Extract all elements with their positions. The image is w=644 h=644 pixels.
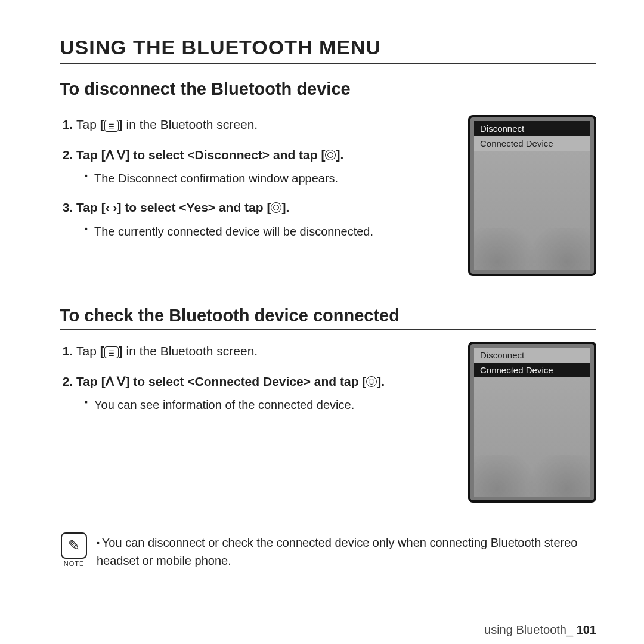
text: . [381,374,385,388]
option: <Connected Device> [187,374,311,388]
text: in the Bluetooth screen. [126,344,258,358]
bracket: [ [267,200,271,214]
s2-step1: Tap [] in the Bluetooth screen. [76,342,450,361]
text: Tap [76,374,101,388]
text: Tap [76,117,100,131]
bracket: ] [119,344,123,358]
bracket: ] [125,374,129,388]
text: Tap [76,344,100,358]
s2-step2: Tap [ꓥ ꓦ] to select <Connected Device> a… [76,372,450,414]
section2-rule [60,329,596,330]
device2-item2: Connected Device [474,363,590,377]
device1-item1: Disconnect [474,121,590,136]
text: to select [125,200,179,214]
confirm-icon [325,150,336,160]
s1-step2: Tap [ꓥ ꓦ] to select <Disconnect> and tap… [76,145,450,188]
section1-rule [60,103,596,103]
bracket: [ [362,374,366,388]
device2-item1: Disconnect [474,348,590,363]
bracket: [ [101,374,106,388]
updown-icon: ꓥ ꓦ [106,148,126,162]
section1-heading: To disconnect the Bluetooth device [60,79,596,99]
text: to select [133,148,187,162]
confirm-icon [366,376,377,387]
text: and tap [314,374,363,388]
device-mock-2: Disconnect Connected Device [468,342,596,503]
option: <Disconnect> [187,148,270,162]
s1-step3: Tap [‹ ›] to select <Yes> and tap []. Th… [76,198,450,240]
text: . [286,200,289,214]
s2-step2-sub: You can see information of the connected… [85,396,450,414]
option: <Yes> [179,200,215,214]
page-footer: using Bluetooth_ 101 [60,623,596,637]
text: and tap [273,148,321,162]
bracket: [ [100,344,104,358]
menu-icon [104,346,119,358]
note-block: ✎ NOTE You can disconnect or check the c… [60,532,596,569]
bracket: [ [101,148,106,162]
text: Tap [76,148,101,162]
footer-page: 101 [577,623,596,636]
bracket: ] [119,117,123,131]
s1-step2-sub: The Disconnect confirmation window appea… [85,169,450,187]
note-text: You can disconnect or check the connecte… [97,536,577,567]
text: . [340,148,343,162]
text: to select [133,374,187,388]
bracket: [ [101,200,106,214]
device-mock-1: Disconnect Connected Device [468,115,596,276]
s1-step3-sub: The currently connected device will be d… [85,222,450,240]
text: in the Bluetooth screen. [126,117,258,131]
text: and tap [219,200,267,214]
section2-heading: To check the Bluetooth device connected [60,306,596,326]
updown-icon: ꓥ ꓦ [106,374,126,388]
bracket: ] [125,148,129,162]
title-rule [60,63,596,64]
confirm-icon [271,202,281,213]
note-label: NOTE [60,560,88,567]
menu-icon [104,120,119,132]
leftright-icon: ‹ › [106,200,117,214]
note-icon: ✎ [61,532,87,559]
device1-item2: Connected Device [474,136,590,151]
s1-step1: Tap [] in the Bluetooth screen. [76,115,450,135]
text: Tap [76,200,101,214]
bracket: [ [321,148,325,162]
bracket: [ [100,117,104,131]
footer-section: using Bluetooth_ [484,623,573,636]
bracket: ] [117,200,121,214]
page-title: USING THE BLUETOOTH MENU [60,36,596,59]
